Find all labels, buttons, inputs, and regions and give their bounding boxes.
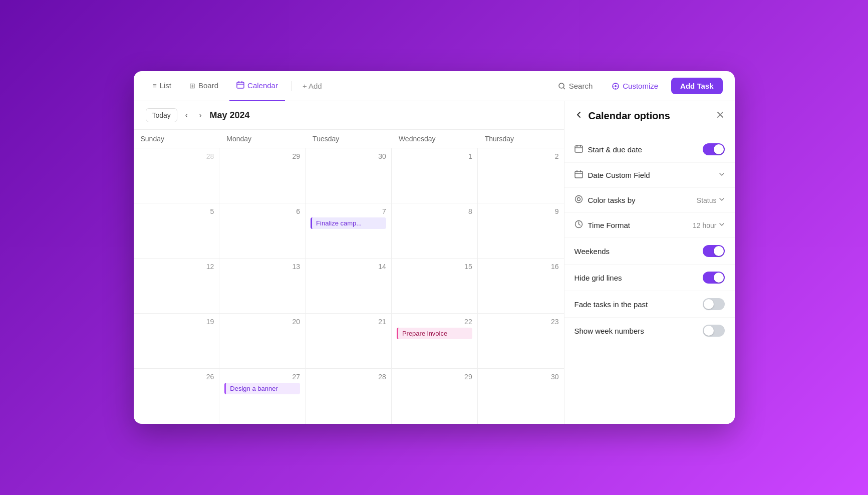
- cal-cell-2-3[interactable]: 15: [392, 259, 478, 313]
- option-label-date-custom-field: Date Custom Field: [588, 171, 714, 179]
- cell-date-2-2: 14: [311, 263, 386, 271]
- option-value-time-format[interactable]: 12 hour: [693, 221, 724, 229]
- panel-body: Start & due dateDate Custom FieldColor t…: [564, 131, 735, 349]
- option-label-time-format: Time Format: [588, 221, 688, 229]
- cal-cell-3-3[interactable]: 22Prepare invoice: [392, 314, 478, 368]
- cal-cell-1-4[interactable]: 9: [478, 203, 564, 258]
- cal-cell-0-0[interactable]: 28: [134, 148, 220, 203]
- tab-board[interactable]: ⊞ Board: [182, 71, 225, 101]
- cal-cell-1-0[interactable]: 5: [134, 203, 220, 258]
- nav-divider: [291, 81, 292, 91]
- panel-header: Calendar options: [564, 101, 735, 131]
- cell-date-2-4: 16: [483, 263, 559, 271]
- toggle-show-week-numbers[interactable]: [703, 325, 725, 337]
- cell-date-4-0: 26: [139, 373, 214, 381]
- svg-point-4: [559, 83, 564, 88]
- cell-date-2-3: 15: [397, 263, 472, 271]
- cal-cell-0-3[interactable]: 1: [392, 148, 478, 203]
- option-value-text-color-tasks-by: Status: [697, 196, 717, 204]
- cal-cell-4-4[interactable]: 30: [478, 369, 564, 424]
- add-view-button[interactable]: + Add: [298, 82, 327, 90]
- chevron-down-icon: [719, 221, 725, 229]
- toggle-hide-grid-lines[interactable]: [703, 272, 725, 284]
- option-row-start-due-date: Start & due date: [564, 136, 735, 163]
- cal-cell-4-2[interactable]: 28: [306, 369, 392, 424]
- cell-date-1-4: 9: [483, 207, 559, 215]
- cell-date-0-2: 30: [311, 152, 386, 160]
- cell-date-4-3: 29: [397, 373, 472, 381]
- cal-cell-2-0[interactable]: 12: [134, 259, 220, 313]
- calendar-icon: [236, 81, 244, 90]
- task-item[interactable]: Prepare invoice: [397, 328, 472, 339]
- day-header-sunday: Sunday: [134, 130, 220, 148]
- calendar-header: Today ‹ › May 2024: [134, 101, 564, 130]
- cal-cell-0-4[interactable]: 2: [478, 148, 564, 203]
- add-view-label: + Add: [303, 82, 322, 90]
- option-label-hide-grid-lines: Hide grid lines: [574, 274, 698, 282]
- option-row-date-custom-field: Date Custom Field: [564, 163, 735, 188]
- toggle-start-due-date[interactable]: [703, 143, 725, 155]
- calendar-grid: Sunday Monday Tuesday Wednesday Thursday…: [134, 130, 564, 424]
- cal-cell-4-3[interactable]: 29: [392, 369, 478, 424]
- cal-cell-1-2[interactable]: 7Finalize camp...: [306, 203, 392, 258]
- main-area: Today ‹ › May 2024 Sunday Monday Tuesday…: [134, 101, 735, 424]
- day-header-monday: Monday: [219, 130, 306, 148]
- options-panel: Calendar options Start & due dateDate Cu…: [564, 101, 735, 424]
- task-item[interactable]: Design a banner: [224, 383, 300, 394]
- svg-line-26: [578, 224, 580, 225]
- option-icon-color-tasks-by: [574, 195, 583, 205]
- cal-cell-0-2[interactable]: 30: [306, 148, 392, 203]
- day-header-wednesday: Wednesday: [392, 130, 478, 148]
- option-row-color-tasks-by: Color tasks byStatus: [564, 188, 735, 213]
- option-value-date-custom-field[interactable]: [719, 171, 725, 179]
- chevron-down-icon: [719, 196, 725, 204]
- svg-rect-18: [575, 171, 583, 178]
- app-container: ≡ List ⊞ Board Calendar + Add: [134, 71, 735, 424]
- toggle-knob-start-due-date: [714, 144, 724, 154]
- next-month-button[interactable]: ›: [196, 109, 204, 122]
- task-item[interactable]: Finalize camp...: [311, 217, 386, 229]
- tab-calendar[interactable]: Calendar: [229, 71, 285, 101]
- cal-cell-0-1[interactable]: 29: [219, 148, 306, 203]
- cal-cell-2-4[interactable]: 16: [478, 259, 564, 313]
- option-icon-date-custom-field: [574, 170, 583, 180]
- cal-cell-4-1[interactable]: 27Design a banner: [219, 369, 306, 424]
- panel-title: Calendar options: [589, 110, 711, 122]
- toggle-knob-hide-grid-lines: [714, 273, 724, 283]
- option-value-color-tasks-by[interactable]: Status: [697, 196, 725, 204]
- calendar-row-1: 567Finalize camp...89: [134, 203, 564, 259]
- option-row-time-format: Time Format12 hour: [564, 213, 735, 238]
- toggle-fade-tasks-past[interactable]: [703, 298, 725, 310]
- cal-cell-3-1[interactable]: 20: [219, 314, 306, 368]
- toggle-knob-show-week-numbers: [704, 326, 714, 336]
- cell-date-1-1: 6: [224, 207, 300, 215]
- option-label-color-tasks-by: Color tasks by: [588, 196, 692, 204]
- cal-cell-2-2[interactable]: 14: [306, 259, 392, 313]
- tab-list[interactable]: ≡ List: [146, 71, 179, 101]
- svg-point-22: [575, 196, 582, 203]
- cal-cell-3-2[interactable]: 21: [306, 314, 392, 368]
- prev-month-button[interactable]: ‹: [182, 109, 191, 122]
- cell-date-0-4: 2: [483, 152, 559, 160]
- option-label-weekends: Weekends: [574, 247, 698, 256]
- cal-cell-4-0[interactable]: 26: [134, 369, 220, 424]
- option-row-hide-grid-lines: Hide grid lines: [564, 265, 735, 291]
- cell-date-3-0: 19: [139, 318, 214, 326]
- cal-cell-1-1[interactable]: 6: [219, 203, 306, 258]
- customize-button[interactable]: Customize: [605, 79, 665, 93]
- cal-cell-2-1[interactable]: 13: [219, 259, 306, 313]
- cal-cell-3-4[interactable]: 23: [478, 314, 564, 368]
- option-label-start-due-date: Start & due date: [588, 145, 698, 154]
- search-button[interactable]: Search: [552, 79, 599, 93]
- toggle-weekends[interactable]: [703, 245, 725, 257]
- cell-date-2-1: 13: [224, 263, 300, 271]
- svg-rect-14: [575, 146, 583, 152]
- add-task-button[interactable]: Add Task: [671, 78, 722, 94]
- cell-date-2-0: 12: [139, 263, 214, 271]
- panel-back-button[interactable]: [574, 110, 584, 122]
- panel-close-button[interactable]: [716, 110, 725, 122]
- cal-cell-1-3[interactable]: 8: [392, 203, 478, 258]
- calendar-row-0: 28293012: [134, 148, 564, 203]
- today-button[interactable]: Today: [146, 108, 177, 122]
- cal-cell-3-0[interactable]: 19: [134, 314, 220, 368]
